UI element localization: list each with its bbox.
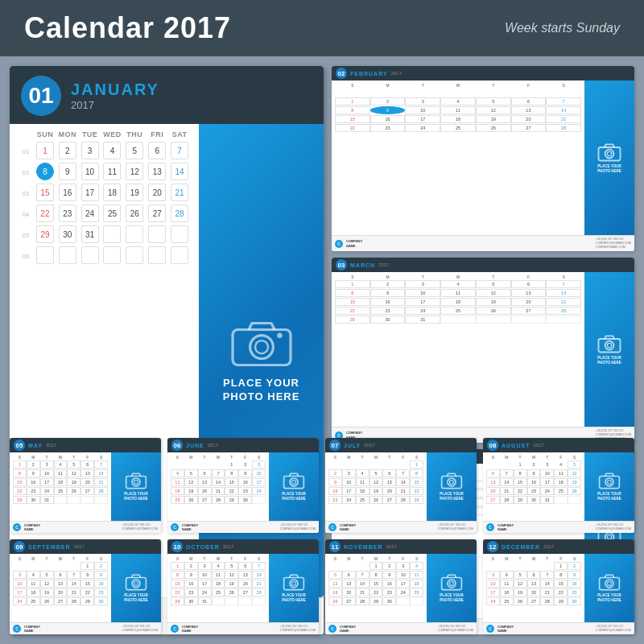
small-cal-footer: C COMPANYNAME +01(234) 567 891 012COMPAN… bbox=[332, 235, 634, 251]
s-week-row: 19202122232425 bbox=[328, 588, 423, 597]
week-num: 01 bbox=[18, 141, 34, 160]
svg-point-36 bbox=[608, 582, 612, 586]
large-month-name: JANUARY bbox=[71, 80, 159, 99]
s-week-row: 2345678 bbox=[328, 469, 423, 477]
camera-icon bbox=[229, 316, 294, 369]
s-week-row: 123 bbox=[171, 460, 266, 469]
s-company-logo: C bbox=[328, 625, 336, 633]
s-company-name: COMPANYNAME bbox=[24, 523, 40, 531]
cal-day: 20 bbox=[148, 184, 166, 201]
cal-day bbox=[171, 246, 188, 264]
small-cal-footer: C COMPANYNAME +01(234) 567 891 012COMPAN… bbox=[10, 622, 161, 634]
camera-icon-small bbox=[598, 573, 621, 591]
s-weekday-headers: SMTWTFS bbox=[335, 83, 581, 88]
small-grid: SMTWTFS 1234567 891011121314 15161718192… bbox=[167, 554, 269, 622]
small-cal-footer: C COMPANYNAME +01(234) 567 891 012COMPAN… bbox=[483, 521, 634, 533]
s-week-row: 10111213141516 bbox=[486, 580, 581, 588]
small-photo-section: PLACE YOURPHOTO HERE bbox=[111, 452, 161, 521]
small-month-name: OCTOBER bbox=[186, 544, 220, 550]
week-row-5: 05 29 30 31 bbox=[18, 225, 191, 244]
small-photo-section: PLACE YOURPHOTO HERE bbox=[584, 554, 634, 622]
svg-point-21 bbox=[450, 481, 454, 485]
cal-day: 10 bbox=[81, 163, 99, 180]
cal-day bbox=[103, 246, 121, 264]
small-photo-section: PLACE YOURPHOTO HERE bbox=[427, 452, 477, 521]
s-week-row: 15161718192021 bbox=[335, 115, 581, 123]
small-photo-section: PLACE YOURPHOTO HERE bbox=[269, 554, 319, 622]
s-week-row: 1234567 bbox=[335, 97, 581, 105]
s-week-row: 15161718192021 bbox=[335, 298, 581, 306]
small-calendar-aug: 08 AUGUST 2017 SMTWTFS 12345 6789101112 bbox=[483, 438, 634, 533]
small-grid: SMTWTFS 123 45678910 11121314151617 1819… bbox=[167, 452, 269, 521]
cal-day bbox=[59, 246, 76, 264]
s-week-row: 17181920212223 bbox=[13, 588, 108, 597]
cal-day: 19 bbox=[126, 184, 143, 201]
small-calendar-jul: 07 JULY 2017 SMTWTFS 1 2345678 91011 bbox=[325, 438, 477, 533]
s-week-row: 9101112131415 bbox=[328, 478, 423, 486]
small-cal-inner: SMTWTFS 1 2345678 9101112131415 16171819… bbox=[325, 452, 477, 521]
camera-icon-small bbox=[597, 142, 621, 162]
small-month-num: 05 bbox=[14, 440, 25, 451]
small-year: 2017 bbox=[364, 443, 374, 448]
small-year: 2017 bbox=[391, 71, 402, 76]
s-week-row: 15161718192021 bbox=[171, 580, 266, 588]
cal-day bbox=[126, 246, 143, 264]
cal-day: 25 bbox=[103, 204, 121, 222]
small-month-num: 06 bbox=[171, 440, 183, 451]
small-month-name: FEBRUARY bbox=[350, 71, 388, 76]
small-calendar-sep: 09 SEPTEMBER 2017 SMTWTFS 12 3456789 bbox=[10, 539, 161, 634]
cal-day: 2 bbox=[59, 142, 76, 159]
small-cal-inner: SMTWTFS 1234567 891011121314 15161718192… bbox=[332, 272, 634, 427]
s-week-row: 11121314151617 bbox=[171, 478, 266, 486]
small-cal-footer: C COMPANYNAME +01(234) 567 891 012COMPAN… bbox=[483, 622, 634, 634]
camera-icon-small bbox=[125, 573, 147, 591]
svg-point-5 bbox=[605, 150, 614, 159]
s-company-name: COMPANYNAME bbox=[346, 239, 362, 247]
s-week-row: 10111213141516 bbox=[13, 580, 108, 588]
cal-day: 31 bbox=[81, 225, 99, 243]
s-week-row: 293031 bbox=[171, 597, 266, 605]
s-contact: +01(234) 567 891 012COMPANY@DOMAIN.COM bbox=[122, 523, 158, 531]
small-calendar-mar: 03 MARCH 2017 SMTWTFS 1234567 8910111213… bbox=[332, 258, 634, 443]
small-year: 2017 bbox=[74, 544, 85, 549]
cal-day: 26 bbox=[126, 204, 143, 222]
cal-day-highlighted: 8 bbox=[36, 163, 54, 180]
page-title: Calendar 2017 bbox=[24, 11, 231, 45]
small-cal-inner: SMTWTFS 1234567 891011121314 15161718192… bbox=[10, 452, 161, 521]
s-week-row: 24252627282930 bbox=[486, 597, 581, 605]
small-grid: SMTWTFS 12345 6789101112 13141516171819 … bbox=[483, 452, 584, 521]
small-year: 2017 bbox=[46, 443, 56, 448]
s-company-name: COMPANYNAME bbox=[497, 523, 514, 531]
small-photo-section: PLACE YOURPHOTO HERE bbox=[111, 554, 161, 622]
s-weekday-headers: SMTWTFS bbox=[335, 275, 581, 279]
s-company-name: COMPANYNAME bbox=[182, 523, 198, 531]
week-num: 03 bbox=[18, 183, 34, 202]
large-cal-header: 01 JANUARY 2017 bbox=[10, 66, 324, 124]
svg-point-23 bbox=[605, 478, 613, 486]
small-cal-footer: C COMPANYNAME +01(234) 567 891 012COMPAN… bbox=[167, 521, 319, 533]
camera-icon-small bbox=[440, 472, 463, 489]
s-contact: +01(234) 567 891 012COMPANY@DOMAIN.COM bbox=[122, 625, 158, 633]
small-year: 2017 bbox=[543, 544, 554, 549]
small-cal-footer: C COMPANYNAME +01(234) 567 891 012COMPAN… bbox=[10, 521, 161, 533]
small-cal-header: 07 JULY 2017 bbox=[325, 438, 477, 452]
s-week-row bbox=[335, 89, 581, 97]
small-photo-text: PLACE YOURPHOTO HERE bbox=[597, 356, 621, 365]
cal-day: 14 bbox=[171, 163, 188, 180]
s-week-row: 12131415161718 bbox=[328, 580, 423, 588]
s-week-row: 1234567 bbox=[171, 562, 266, 570]
s-company-logo: C bbox=[486, 523, 494, 531]
camera-icon-small bbox=[125, 472, 147, 489]
cal-day: 9 bbox=[59, 163, 76, 180]
svg-point-14 bbox=[132, 478, 140, 486]
s-week-row: 24252627282930 bbox=[13, 597, 108, 605]
s-week-row: 17181920212223 bbox=[486, 588, 581, 597]
s-contact: +01(234) 567 891 012COMPANY@DOMAIN.COM bbox=[596, 523, 631, 531]
small-cal-inner: SMTWTFS 12 3456789 10111213141516 171819… bbox=[10, 554, 161, 622]
s-company-logo: C bbox=[171, 625, 179, 633]
small-grid: SMTWTFS 1234567 891011121314 15161718192… bbox=[10, 452, 111, 521]
cal-day: 28 bbox=[171, 204, 188, 222]
s-company-logo: C bbox=[328, 523, 336, 531]
cal-day: 11 bbox=[103, 163, 121, 180]
s-week-row: 22232425262728 bbox=[335, 307, 581, 315]
